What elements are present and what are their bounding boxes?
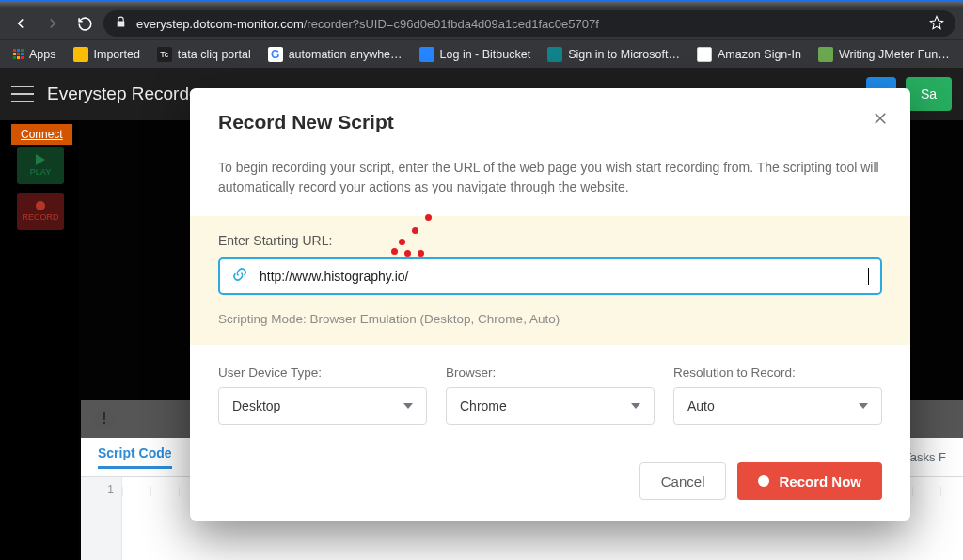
apps-label: Apps xyxy=(29,48,56,61)
cancel-button[interactable]: Cancel xyxy=(639,462,727,500)
line-number: 1 xyxy=(107,483,114,496)
chevron-down-icon xyxy=(403,403,413,409)
lock-icon xyxy=(115,16,127,31)
starting-url-input[interactable] xyxy=(260,269,857,284)
chevron-down-icon xyxy=(631,403,640,409)
modal-title: Record New Script xyxy=(218,111,882,133)
bookmark-label: Sign in to Microsoft… xyxy=(568,48,680,61)
record-icon xyxy=(36,201,45,210)
bookmark-label: Amazon Sign-In xyxy=(718,48,801,61)
bookmark-bitbucket[interactable]: Log in - Bitbucket xyxy=(414,45,537,64)
bookmark-label: automation anywhe… xyxy=(289,48,403,61)
resolution-label: Resolution to Record: xyxy=(673,366,882,380)
favicon-icon xyxy=(818,47,833,62)
bookmark-label: Imported xyxy=(94,48,140,61)
record-now-label: Record Now xyxy=(779,474,861,490)
favicon-icon xyxy=(419,47,434,62)
text-cursor xyxy=(868,268,869,285)
back-button[interactable] xyxy=(8,10,34,37)
bookmark-label: Writing JMeter Fun… xyxy=(839,48,950,61)
record-now-button[interactable]: Record Now xyxy=(737,462,882,500)
modal-description: To begin recording your script, enter th… xyxy=(218,158,882,197)
favicon-icon xyxy=(547,47,562,62)
close-button[interactable] xyxy=(869,107,892,130)
app-title: Everystep Recorder xyxy=(47,84,205,104)
url-path: /recorder?sUID=c96d0e01fbda4d09a1ced1fac… xyxy=(304,17,599,31)
bookmark-microsoft[interactable]: Sign in to Microsoft… xyxy=(542,45,686,64)
connect-tab[interactable]: Connect xyxy=(11,124,72,145)
favicon-icon xyxy=(697,47,712,62)
browser-select[interactable]: Chrome xyxy=(446,387,655,425)
browser-toolbar: everystep.dotcom-monitor.com/recorder?sU… xyxy=(0,8,963,39)
device-type-value: Desktop xyxy=(232,398,280,413)
reload-button[interactable] xyxy=(71,10,98,37)
favicon-icon: Tc xyxy=(157,47,172,62)
apps-grid-icon xyxy=(13,49,24,59)
record-button[interactable]: RECORD xyxy=(17,193,64,230)
url-input-wrapper[interactable] xyxy=(218,257,882,295)
browser-label: Browser: xyxy=(446,366,655,380)
line-gutter: 1 xyxy=(81,477,122,560)
resolution-value: Auto xyxy=(687,398,715,413)
favicon-icon: G xyxy=(268,47,283,62)
address-bar[interactable]: everystep.dotcom-monitor.com/recorder?sU… xyxy=(103,10,955,37)
left-rail xyxy=(0,120,79,560)
bookmark-tata[interactable]: Tctata cliq portal xyxy=(151,45,257,64)
url-label: Enter Starting URL: xyxy=(218,233,882,248)
bookmark-label: Log in - Bitbucket xyxy=(440,48,531,61)
bookmark-amazon[interactable]: Amazon Sign-In xyxy=(691,45,807,64)
chevron-down-icon xyxy=(859,403,868,409)
play-label: PLAY xyxy=(30,167,51,177)
bookmark-jmeter[interactable]: Writing JMeter Fun… xyxy=(813,45,955,64)
bookmarks-bar: Apps Imported Tctata cliq portal Gautoma… xyxy=(0,39,963,68)
apps-button[interactable]: Apps xyxy=(8,46,62,63)
play-button[interactable]: PLAY xyxy=(17,147,64,184)
link-icon xyxy=(231,266,248,287)
folder-icon xyxy=(73,47,88,62)
menu-icon[interactable] xyxy=(11,86,34,102)
url-host: everystep.dotcom-monitor.com xyxy=(136,17,304,31)
record-dot-icon xyxy=(758,475,769,487)
warning-icon: ! xyxy=(94,409,115,429)
bookmark-star-icon[interactable] xyxy=(929,15,944,33)
scripting-mode-text: Scripting Mode: Browser Emulation (Deskt… xyxy=(218,312,882,326)
save-button[interactable]: Sa xyxy=(906,77,952,111)
play-icon xyxy=(36,154,45,165)
record-label: RECORD xyxy=(22,212,58,222)
bookmark-imported[interactable]: Imported xyxy=(68,45,146,64)
device-type-select[interactable]: Desktop xyxy=(218,387,427,425)
record-new-script-modal: Record New Script To begin recording you… xyxy=(190,88,910,521)
device-type-label: User Device Type: xyxy=(218,366,427,380)
browser-value: Chrome xyxy=(460,398,507,413)
forward-button[interactable] xyxy=(39,10,66,37)
tab-script-code[interactable]: Script Code xyxy=(98,445,172,469)
resolution-select[interactable]: Auto xyxy=(673,387,882,425)
bookmark-label: tata cliq portal xyxy=(178,48,251,61)
bookmark-automation[interactable]: Gautomation anywhe… xyxy=(262,45,408,64)
